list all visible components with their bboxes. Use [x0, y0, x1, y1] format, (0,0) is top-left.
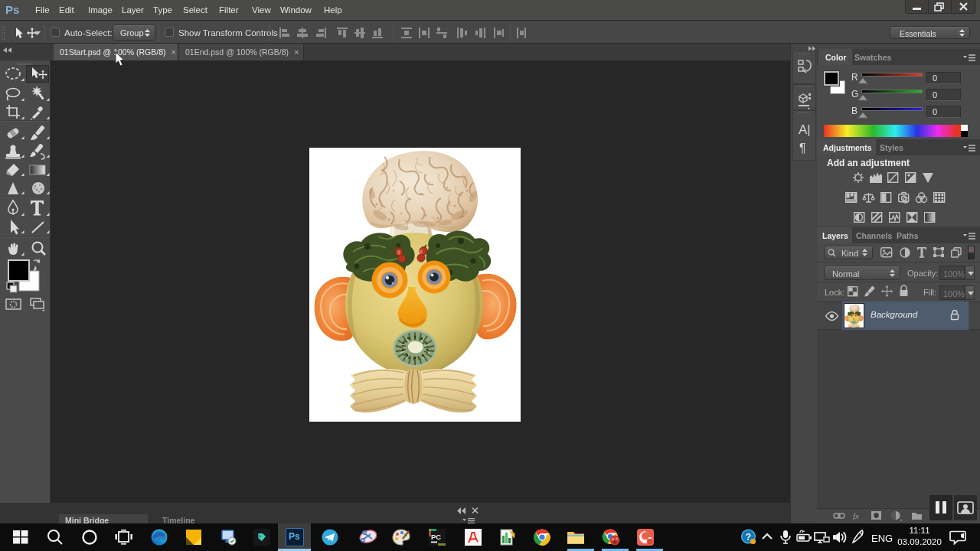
svg-text:PC: PC [431, 533, 441, 541]
svg-text:?: ? [746, 532, 751, 543]
svg-text:A|: A| [799, 122, 811, 137]
svg-text:fx: fx [853, 511, 859, 520]
svg-text:¶: ¶ [799, 142, 806, 155]
